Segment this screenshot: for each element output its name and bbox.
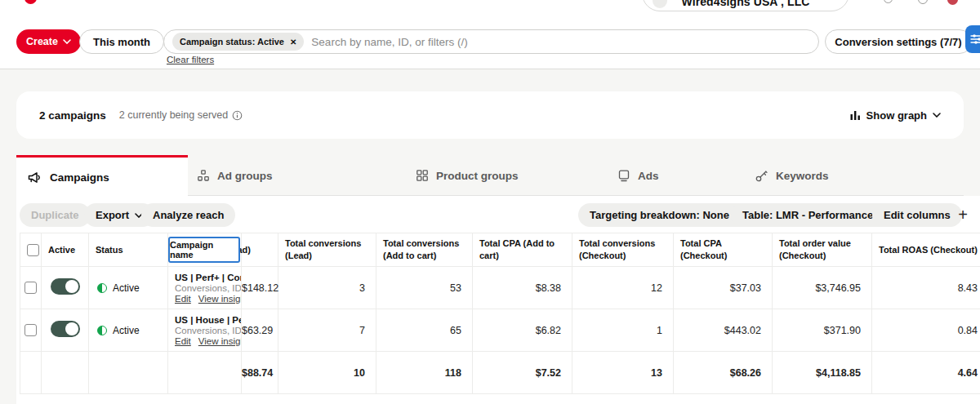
cell-total-cpa-lead: $63.29 xyxy=(242,309,278,352)
profile-avatar[interactable] xyxy=(947,0,958,5)
row-checkbox[interactable] xyxy=(24,282,37,294)
total-cpa-checkout: $68.26 xyxy=(674,352,773,394)
entity-tabs: Campaigns Ad groups Product groups Ads K… xyxy=(16,155,964,196)
col-total-conversions-add-to-cart: Total conversions (Add to cart) xyxy=(376,233,473,267)
table-header-row: Active Status Total CPA (Lead) Total con… xyxy=(20,233,980,267)
tab-ad-groups[interactable]: Ad groups xyxy=(198,155,273,196)
targeting-breakdown-dropdown[interactable]: Targeting breakdown: None xyxy=(578,203,755,227)
active-toggle[interactable] xyxy=(51,278,80,295)
help-icon[interactable] xyxy=(884,0,893,3)
col-status: Status xyxy=(89,233,168,267)
summary-card: 2 campaigns 2 currently being served Sho… xyxy=(16,91,964,139)
filters-panel-button[interactable] xyxy=(965,25,980,53)
top-bar: Wired4signs USA , LLC Create This month … xyxy=(0,0,980,69)
cell-total-roas-checkout: 8.43 xyxy=(872,267,980,309)
total-conversions-add-to-cart: 118 xyxy=(376,352,473,394)
cell-total-roas-checkout: 0.84 xyxy=(872,309,980,352)
row-campaign-cell: US | House | Perf+ Conversions, ID: 6 Ed… xyxy=(168,309,242,352)
tab-keywords[interactable]: Keywords xyxy=(755,155,829,196)
cell-total-cpa-checkout: $37.03 xyxy=(674,267,773,309)
row-select-cell xyxy=(20,267,42,309)
status-serving-icon xyxy=(97,283,107,293)
edit-columns-button[interactable]: Edit columns xyxy=(872,203,962,227)
campaigns-table: Active Status Total CPA (Lead) Total con… xyxy=(20,233,980,396)
show-graph-toggle[interactable]: Show graph xyxy=(850,109,941,122)
analyze-reach-button[interactable]: Analyze reach xyxy=(141,203,235,227)
status-label: Active xyxy=(113,325,140,336)
status-label: Active xyxy=(113,282,140,294)
tab-campaigns-label: Campaigns xyxy=(50,171,109,184)
total-cpa-add-to-cart: $7.52 xyxy=(473,352,572,394)
brand-logo-icon[interactable] xyxy=(24,0,37,4)
active-toggle[interactable] xyxy=(51,321,80,337)
total-order-value-checkout: $4,118.85 xyxy=(773,352,872,394)
cell-total-conversions-checkout: 12 xyxy=(572,267,674,309)
select-all-checkbox[interactable] xyxy=(27,244,39,256)
row-active-cell xyxy=(42,267,89,309)
tab-ads[interactable]: Ads xyxy=(618,155,659,196)
total-conversions-lead: 10 xyxy=(278,352,376,394)
campaign-meta: Conversions, ID: 6 xyxy=(175,326,241,335)
total-cpa-lead: $88.74 xyxy=(242,352,278,394)
add-column-button[interactable]: + xyxy=(951,202,975,228)
total-roas-checkout: 4.64 xyxy=(872,352,980,394)
tab-ad-groups-label: Ad groups xyxy=(217,170,273,182)
table-view-label: Table: LMR - Performance xyxy=(742,209,873,221)
create-button[interactable]: Create xyxy=(16,29,81,54)
tab-ads-label: Ads xyxy=(638,170,659,182)
search-bar[interactable]: Campaign status: Active ✕ xyxy=(163,29,819,54)
cell-total-cpa-add-to-cart: $8.38 xyxy=(473,267,572,309)
cell-total-conversions-checkout: 1 xyxy=(572,309,674,352)
targeting-breakdown-label: Targeting breakdown: None xyxy=(590,209,729,221)
campaign-name[interactable]: US | House | Perf+ xyxy=(175,315,241,325)
campaign-name[interactable]: US | Perf+ | Conve xyxy=(175,273,241,282)
row-campaign-cell: US | Perf+ | Conve Conversions, ID: 6 Ed… xyxy=(168,267,242,309)
serving-status-label: 2 currently being served xyxy=(119,109,228,121)
duplicate-button[interactable]: Duplicate xyxy=(20,203,91,227)
view-insights-link[interactable]: View insights xyxy=(198,294,242,304)
row-select-cell xyxy=(20,309,42,352)
date-range-button[interactable]: This month xyxy=(79,29,164,54)
select-all-cell xyxy=(20,233,42,267)
show-graph-label: Show graph xyxy=(866,109,927,122)
col-total-conversions-checkout: Total conversions (Checkout) xyxy=(572,233,674,267)
conversion-settings-label: Conversion settings (7/7) xyxy=(835,36,961,48)
account-selector[interactable]: Wired4signs USA , LLC xyxy=(642,0,849,11)
cell-total-conversions-add-to-cart: 53 xyxy=(376,267,473,309)
filter-chip-campaign-status[interactable]: Campaign status: Active ✕ xyxy=(172,33,304,51)
table-row: Active US | Perf+ | Conve Conversions, I… xyxy=(20,267,980,309)
analyze-reach-label: Analyze reach xyxy=(153,209,224,221)
totals-row: $88.74 10 118 $7.52 13 $68.26 $4,118.85 … xyxy=(20,352,980,394)
conversion-settings-button[interactable]: Conversion settings (7/7) xyxy=(825,29,972,54)
col-total-conversions-lead: Total conversions (Lead) xyxy=(278,233,376,267)
edit-link[interactable]: Edit xyxy=(175,294,191,304)
megaphone-icon xyxy=(28,171,41,184)
info-icon[interactable] xyxy=(232,110,243,121)
row-status-cell: Active xyxy=(89,267,168,309)
col-total-cpa-add-to-cart: Total CPA (Add to cart) xyxy=(473,233,572,267)
chevron-down-icon xyxy=(933,113,941,118)
col-total-order-value-checkout: Total order value (Checkout) xyxy=(773,233,872,267)
empty-cell xyxy=(20,352,42,394)
chip-close-icon[interactable]: ✕ xyxy=(290,38,296,47)
row-active-cell xyxy=(42,309,89,352)
chevron-down-icon xyxy=(63,39,71,44)
tab-campaigns[interactable]: Campaigns xyxy=(16,155,188,197)
row-checkbox[interactable] xyxy=(24,324,37,336)
campaign-meta: Conversions, ID: 6 xyxy=(175,283,241,293)
empty-cell xyxy=(42,352,89,394)
empty-cell xyxy=(168,352,242,394)
keywords-icon xyxy=(755,170,768,182)
view-insights-link[interactable]: View insights xyxy=(198,336,242,346)
tab-product-groups[interactable]: Product groups xyxy=(416,155,519,196)
ads-icon xyxy=(618,170,630,182)
filter-chip-label: Campaign status: Active xyxy=(180,37,284,47)
cell-total-order-value-checkout: $371.90 xyxy=(773,309,872,352)
search-input[interactable] xyxy=(311,36,810,48)
edit-link[interactable]: Edit xyxy=(175,336,191,346)
total-conversions-checkout: 13 xyxy=(572,352,674,394)
campaign-count: 2 campaigns xyxy=(39,109,106,122)
clear-filters-link[interactable]: Clear filters xyxy=(167,55,214,64)
campaign-name-column-header[interactable]: Campaign name xyxy=(168,237,240,263)
notifications-icon[interactable] xyxy=(918,0,928,4)
